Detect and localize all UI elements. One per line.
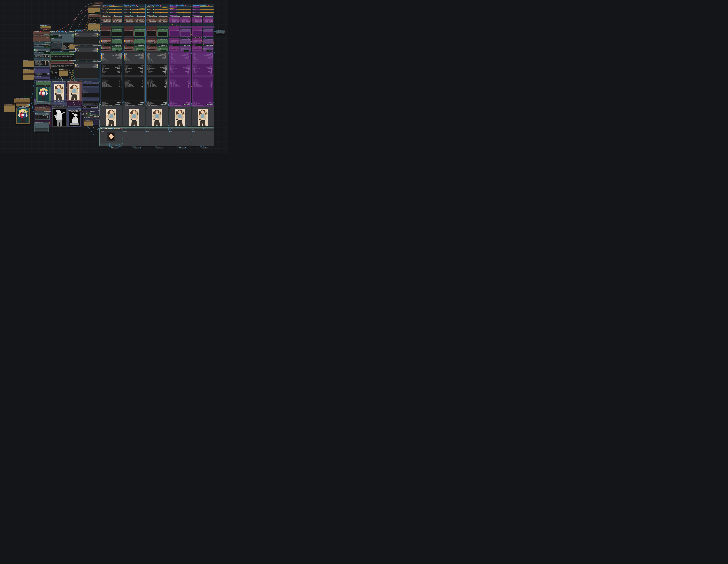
pack-badge: comfyui-easy-use	[195, 44, 202, 46]
pack-badge: comfyui-lora-manager	[92, 30, 101, 31]
floating-badge: rgthree-comfy	[94, 116, 100, 117]
floating-badge: comfyui-image-saver	[44, 34, 52, 36]
pack-badge: comfyui-easy-use	[149, 44, 157, 46]
pack-badge: comfyui-impact-subpack	[148, 16, 157, 17]
floating-badge: rgthree-comfy	[85, 113, 91, 114]
pack-badge: comfyui-easy-use	[183, 45, 190, 46]
pack-badge: comfyui-easy-use	[127, 44, 134, 46]
pack-badge: comfyui-lora-manager	[92, 45, 101, 46]
pack-badge: comfyui-easy-use	[206, 45, 213, 46]
pack-badge: Impact-Pack	[115, 50, 120, 52]
pack-badge: Impact-Pack	[161, 50, 166, 52]
pack-badge: comfyui-image-saver	[50, 31, 58, 32]
pack-badge: rgthree-comfy	[206, 104, 212, 105]
pack-badge: comfyui-easy-use	[104, 44, 111, 46]
pack-badge: Impact-Pack	[95, 12, 100, 14]
pack-badge: rgthree-comfy	[160, 104, 167, 105]
pack-badge: rgthree-comfy	[138, 104, 144, 105]
pack-badge: comfyui-image-saver	[43, 42, 52, 44]
pack-badge: comfyui-easy-use	[160, 45, 167, 46]
floating-badge: comfyui-easy-use	[44, 46, 51, 48]
pack-badge: comfyui-impact-subpack	[181, 16, 191, 17]
pack-badge: comfyui-lora-manager	[92, 61, 101, 62]
pack-badge: comfyui-impact-subpack	[102, 16, 112, 17]
pack-badge: rgthree-comfy	[183, 104, 189, 105]
pack-badge: cg-use-everywhere	[40, 25, 47, 26]
floating-badge: Notifications	[59, 69, 64, 70]
pack-badge: comfyui-impact-subpack	[204, 16, 214, 17]
badges-layer: comfyui-image-savercomfyui-easy-usecomfy…	[0, 0, 228, 153]
node-graph-canvas[interactable]: Main controlInput ParametersLORAsMain pr…	[0, 0, 228, 153]
pack-badge: comfyui-image-saver	[50, 36, 58, 38]
pack-badge: comfyui-art-venture	[43, 111, 51, 112]
pack-badge: comfyui-easy-use	[43, 52, 51, 54]
pack-badge: comfyui-image-saver	[68, 51, 77, 52]
pack-badge: comfyui-easy-use	[172, 44, 180, 46]
pack-badge: comfyui-impact-subpack	[158, 16, 168, 17]
pack-badge: comfyui-easy-use	[114, 45, 122, 46]
pack-badge: comfyui-image-saver	[69, 31, 77, 32]
pack-badge: comfyui-easy-use	[137, 45, 145, 46]
pack-badge: Impact-Pack	[183, 50, 189, 52]
pack-badge: comfyui-impact-subpack	[193, 16, 203, 17]
pack-badge: comfyui-impact-subpack	[136, 16, 145, 17]
pack-badge: comfyui-easy-use	[24, 96, 32, 98]
pack-badge: Impact-Pack	[138, 50, 143, 52]
pack-badge: rgthree-comfy	[115, 104, 121, 105]
pack-badge: Impact-Pack	[206, 50, 212, 52]
pack-badge: comfyui-image-saver	[68, 60, 77, 61]
floating-badge: rgthree-comfy	[88, 115, 94, 116]
pack-badge: comfyui-impact-subpack	[125, 16, 135, 17]
floating-badge: rgthree-comfy	[89, 111, 95, 112]
pack-badge: comfyui-impact-subpack	[113, 16, 122, 17]
pack-badge: comfyui-impact-subpack	[170, 16, 180, 17]
